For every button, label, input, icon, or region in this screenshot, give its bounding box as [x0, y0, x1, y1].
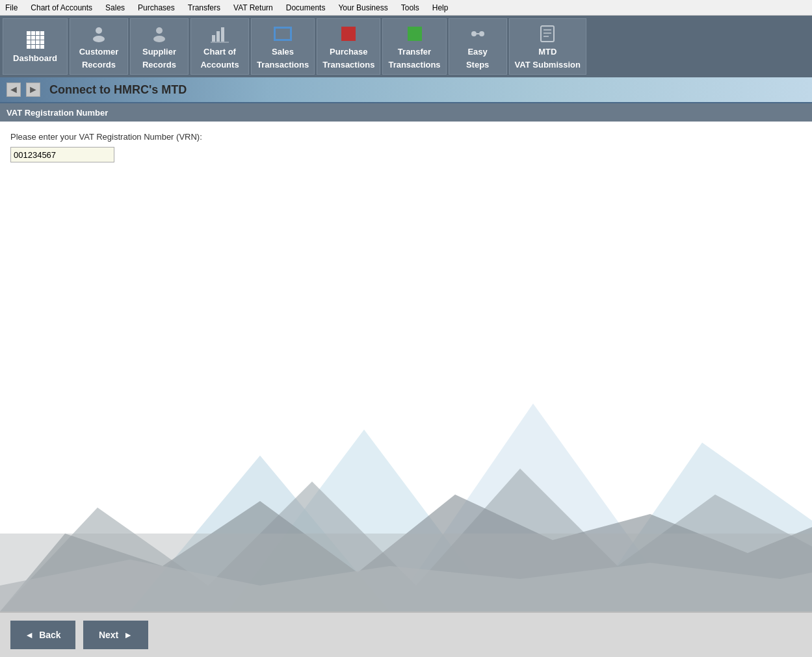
menu-help[interactable]: Help	[430, 2, 451, 14]
customer-records-label2: Records	[82, 60, 116, 70]
svg-rect-6	[221, 27, 224, 42]
svg-point-3	[153, 36, 165, 42]
vrn-input[interactable]	[10, 147, 114, 162]
dashboard-icon	[25, 30, 46, 51]
sales-icon	[272, 23, 293, 44]
footer: ◄ Back Next ►	[0, 612, 812, 657]
back-arrow-icon: ◄	[25, 630, 34, 640]
purchase-transactions-label1: Purchase	[330, 47, 368, 57]
next-arrow-icon: ►	[124, 630, 133, 640]
breadcrumb: Connect to HMRC's MTD	[49, 83, 187, 97]
sales-transactions-button[interactable]: Sales Transactions	[251, 18, 315, 75]
chart-of-accounts-label2: Accounts	[200, 60, 239, 70]
sales-transactions-label1: Sales	[272, 47, 294, 57]
customer-icon	[88, 23, 109, 44]
svg-point-0	[96, 27, 102, 34]
customer-records-label1: Customer	[79, 47, 119, 57]
dashboard-label: Dashboard	[13, 53, 57, 64]
transfer-transactions-button[interactable]: Transfer Transactions	[382, 18, 446, 75]
menu-vat-return[interactable]: VAT Return	[231, 2, 276, 14]
transfer-icon	[404, 23, 425, 44]
mtd-vat-label2: VAT Submission	[515, 60, 581, 70]
customer-records-button[interactable]: Customer Records	[70, 18, 128, 75]
mtd-vat-label1: MTD	[538, 47, 557, 57]
next-label: Next	[99, 630, 118, 640]
toolbar: Dashboard Customer Records Supplier Reco…	[0, 16, 812, 77]
menu-tools[interactable]: Tools	[399, 2, 422, 14]
section-title: VAT Registration Number	[7, 108, 108, 118]
menu-documents[interactable]: Documents	[283, 2, 328, 14]
chart-of-accounts-button[interactable]: Chart of Accounts	[190, 18, 249, 75]
back-label: Back	[39, 630, 60, 640]
menu-sales[interactable]: Sales	[103, 2, 127, 14]
svg-point-1	[93, 36, 105, 42]
main-content: Please enter your VAT Registration Numbe…	[0, 122, 812, 612]
easy-steps-label1: Easy	[467, 47, 487, 57]
easy-steps-label2: Steps	[466, 60, 489, 70]
svg-rect-11	[541, 26, 554, 42]
svg-rect-5	[216, 31, 220, 42]
supplier-icon	[149, 23, 170, 44]
easysteps-icon	[467, 23, 488, 44]
supplier-records-button[interactable]: Supplier Records	[130, 18, 189, 75]
section-header: VAT Registration Number	[0, 103, 812, 122]
svg-rect-22	[0, 534, 812, 612]
supplier-records-label1: Supplier	[142, 47, 176, 57]
navigation-bar: ◄ ► Connect to HMRC's MTD	[0, 77, 812, 103]
nav-back-arrow[interactable]: ◄	[7, 83, 21, 97]
menu-chart-of-accounts[interactable]: Chart of Accounts	[28, 2, 95, 14]
chart-icon	[209, 23, 230, 44]
purchase-transactions-label2: Transactions	[322, 60, 374, 70]
menu-transfers[interactable]: Transfers	[185, 2, 223, 14]
purchase-icon	[338, 23, 359, 44]
transfer-transactions-label1: Transfer	[398, 47, 431, 57]
mtd-icon	[537, 23, 558, 44]
mountain-background	[0, 339, 812, 612]
sales-transactions-label2: Transactions	[257, 60, 309, 70]
menu-file[interactable]: File	[3, 2, 20, 14]
mtd-vat-button[interactable]: MTD VAT Submission	[509, 18, 586, 75]
svg-point-8	[471, 31, 477, 36]
next-button[interactable]: Next ►	[83, 621, 148, 649]
easy-steps-button[interactable]: Easy Steps	[449, 18, 507, 75]
transfer-transactions-label2: Transactions	[388, 60, 440, 70]
svg-rect-4	[212, 35, 215, 42]
supplier-records-label2: Records	[142, 60, 176, 70]
purchase-transactions-button[interactable]: Purchase Transactions	[317, 18, 380, 75]
menu-purchases[interactable]: Purchases	[135, 2, 177, 14]
chart-of-accounts-label1: Chart of	[203, 47, 236, 57]
menu-your-business[interactable]: Your Business	[335, 2, 390, 14]
dashboard-button[interactable]: Dashboard	[3, 18, 68, 75]
svg-point-2	[156, 27, 163, 34]
menu-bar: File Chart of Accounts Sales Purchases T…	[0, 0, 812, 16]
vrn-prompt: Please enter your VAT Registration Numbe…	[10, 132, 802, 142]
svg-point-9	[479, 31, 484, 36]
back-button[interactable]: ◄ Back	[10, 621, 75, 649]
nav-forward-arrow[interactable]: ►	[26, 83, 40, 97]
